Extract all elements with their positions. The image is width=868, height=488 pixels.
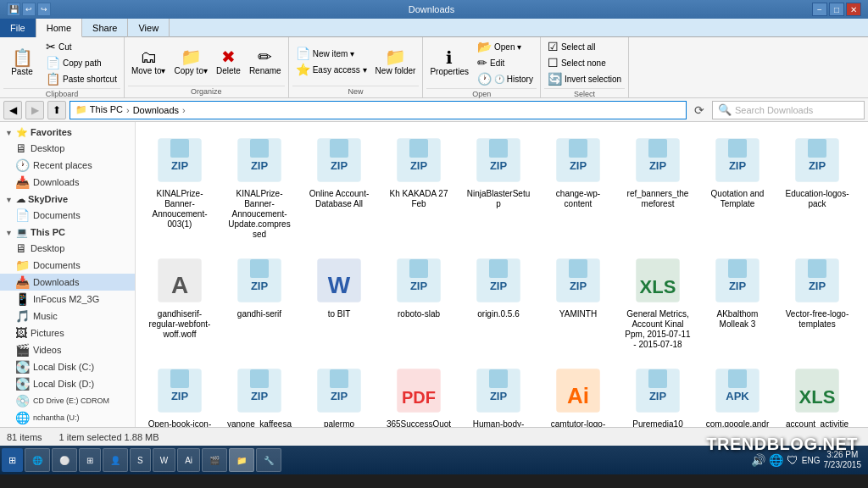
- minimize-button[interactable]: −: [812, 3, 827, 16]
- select-all-button[interactable]: ☑ Select all: [544, 39, 625, 54]
- quick-undo[interactable]: ↩: [22, 3, 36, 16]
- list-item[interactable]: ZIP AKbalthom Molleak 3: [700, 249, 775, 354]
- word-taskbar-icon: W: [160, 456, 168, 465]
- list-item[interactable]: Ai camtutor-logo-2015-update: [541, 359, 615, 427]
- list-item[interactable]: ZIP Online Account-Database All: [302, 129, 376, 244]
- list-item[interactable]: ZIP Kh KAKADA 27 Feb: [381, 129, 456, 244]
- taskbar-app-skype[interactable]: S: [130, 448, 151, 472]
- taskbar-app-windows[interactable]: ⊞: [79, 448, 101, 472]
- rename-button[interactable]: ✏ Rename: [246, 47, 285, 77]
- skydrive-section: ▼ ☁ SkyDrive 📄 Documents: [0, 192, 135, 224]
- taskbar-app-explorer[interactable]: 📁: [229, 448, 254, 472]
- list-item[interactable]: ZIP KINALPrize-Banner-Annoucement-Update…: [222, 129, 297, 244]
- quick-redo[interactable]: ↪: [37, 3, 51, 16]
- paste-shortcut-button[interactable]: 📋 Paste shortcut: [42, 71, 120, 86]
- edit-button[interactable]: ✏ Edit: [474, 55, 537, 70]
- taskbar-app-word[interactable]: W: [153, 448, 175, 472]
- network-tray-icon[interactable]: 🌐: [769, 453, 783, 467]
- list-item[interactable]: XLS account_activities_201505_201507: [780, 359, 854, 427]
- cut-button[interactable]: ✂ Cut: [42, 39, 120, 54]
- address-separator: ›: [126, 105, 130, 115]
- properties-button[interactable]: ℹ Properties: [426, 47, 472, 78]
- sidebar-item-cdrom[interactable]: 💿CD Drive (E:) CDROM: [0, 392, 135, 409]
- list-item[interactable]: ZIP change-wp-content: [541, 129, 615, 244]
- tab-file[interactable]: File: [0, 19, 36, 37]
- select-none-button[interactable]: ☐ Select none: [544, 55, 625, 70]
- sidebar-item-documents-pc[interactable]: 📁Documents: [0, 257, 135, 274]
- copy-path-button[interactable]: 📄 Copy path: [42, 55, 120, 70]
- list-item[interactable]: A gandhiserif-regular-webfont-woff.woff: [142, 249, 217, 354]
- taskbar-app-media[interactable]: 🎬: [202, 448, 227, 472]
- list-item[interactable]: W to BIT: [302, 249, 376, 354]
- list-item[interactable]: ZIP roboto-slab: [381, 249, 456, 354]
- thispc-header[interactable]: ▼ 💻 This PC: [0, 225, 135, 240]
- maximize-button[interactable]: □: [829, 3, 844, 16]
- sidebar-item-localc[interactable]: 💽Local Disk (C:): [0, 358, 135, 375]
- list-item[interactable]: ZIP NinjaBlasterSetup: [461, 129, 536, 244]
- sidebar-item-public[interactable]: 🌐Public (Z:): [0, 426, 135, 427]
- sidebar-item-desktop[interactable]: 🖥 Desktop: [0, 140, 135, 157]
- copy-to-button[interactable]: 📁 Copy to▾: [171, 47, 211, 77]
- sidebar-item-pictures[interactable]: 🖼Pictures: [0, 324, 135, 341]
- list-item[interactable]: ZIP Education-logos-pack: [780, 129, 854, 244]
- tab-home[interactable]: Home: [36, 19, 82, 37]
- up-button[interactable]: ⬆: [47, 101, 66, 119]
- volume-icon[interactable]: 🔊: [751, 453, 765, 467]
- list-item[interactable]: ZIP ref_banners_themeforest: [620, 129, 695, 244]
- invert-selection-button[interactable]: 🔄 Invert selection: [544, 71, 625, 86]
- skydrive-header[interactable]: ▼ ☁ SkyDrive: [0, 192, 135, 207]
- list-item[interactable]: APK com.google.android.apps.messaging-1.…: [700, 359, 775, 427]
- list-item[interactable]: PDF 365SuccessQuotes: [381, 359, 456, 427]
- close-button[interactable]: ✕: [846, 3, 861, 16]
- list-item[interactable]: ZIP gandhi-serif: [222, 249, 297, 354]
- list-item[interactable]: ZIP Quotation and Template: [700, 129, 775, 244]
- open-button[interactable]: 📂 Open ▾: [474, 39, 537, 54]
- forward-button[interactable]: ▶: [25, 101, 44, 119]
- new-folder-button[interactable]: 📁 New folder: [372, 47, 420, 77]
- taskbar-app-ai[interactable]: Ai: [177, 448, 200, 472]
- sidebar-item-infocus[interactable]: 📱InFocus M2_3G: [0, 291, 135, 308]
- sidebar-item-videos[interactable]: 🎬Videos: [0, 341, 135, 358]
- history-button[interactable]: 🕐 🕐 History: [474, 71, 537, 86]
- tab-view[interactable]: View: [128, 19, 170, 37]
- list-item[interactable]: ZIP YAMINTH: [541, 249, 615, 354]
- taskbar-app-chrome[interactable]: ⚪: [52, 448, 77, 472]
- taskbar-app-ie[interactable]: 🌐: [25, 448, 50, 472]
- sidebar-item-documents-sky[interactable]: 📄 Documents: [0, 207, 135, 224]
- quick-save[interactable]: 💾: [7, 3, 20, 16]
- list-item[interactable]: ZIP Open-book-icon-with-reflection: [142, 359, 217, 427]
- list-item[interactable]: ZIP KINALPrize-Banner-Annoucement-003(1): [142, 129, 217, 244]
- address-bar[interactable]: 📁 This PC › Downloads ›: [70, 101, 687, 119]
- start-button[interactable]: ⊞: [2, 448, 23, 472]
- shield-icon[interactable]: 🛡: [787, 453, 798, 467]
- list-item[interactable]: ZIP yanone_kaffeesatz: [222, 359, 297, 427]
- paste-button[interactable]: 📋 Paste: [3, 47, 41, 78]
- sidebar-item-music[interactable]: 🎵Music: [0, 308, 135, 324]
- tab-share[interactable]: Share: [82, 19, 128, 37]
- list-item[interactable]: ZIP Human-body-infography: [461, 359, 536, 427]
- sidebar-item-locald[interactable]: 💽Local Disk (D:): [0, 375, 135, 392]
- file-name: Online Account-Database All: [306, 189, 372, 209]
- sidebar-item-nchantha[interactable]: 🌐nchantha (U:): [0, 409, 135, 426]
- sidebar-item-downloads-pc[interactable]: 📥Downloads: [0, 274, 135, 291]
- list-item[interactable]: ZIP Vector-free-logo-templates: [780, 249, 854, 354]
- list-item[interactable]: XLS General Metrics, Account Kinal Ppm, …: [620, 249, 695, 354]
- sidebar-item-recent[interactable]: 🕐 Recent places: [0, 157, 135, 174]
- back-button[interactable]: ◀: [3, 101, 22, 119]
- file-area[interactable]: ZIP KINALPrize-Banner-Annoucement-003(1)…: [136, 122, 868, 427]
- list-item[interactable]: ZIP origin.0.5.6: [461, 249, 536, 354]
- list-item[interactable]: ZIP Puremedia10: [620, 359, 695, 427]
- favorites-header[interactable]: ▼ ⭐ Favorites: [0, 125, 135, 140]
- sidebar-item-downloads-fav[interactable]: 📥 Downloads: [0, 174, 135, 191]
- move-to-button[interactable]: 🗂 Move to▾: [128, 47, 170, 77]
- sidebar-item-desktop-pc[interactable]: 🖥Desktop: [0, 240, 135, 257]
- taskbar-app-user[interactable]: 👤: [103, 448, 128, 472]
- delete-button[interactable]: ✖ Delete: [213, 47, 244, 77]
- search-bar[interactable]: 🔍 Search Downloads: [712, 101, 865, 119]
- easy-access-button[interactable]: ⭐ Easy access ▾: [292, 62, 370, 77]
- list-item[interactable]: ZIP palermo: [302, 359, 376, 427]
- refresh-button[interactable]: ⟳: [690, 101, 709, 119]
- new-item-button[interactable]: 📄 New item ▾: [292, 46, 370, 61]
- taskbar-app-misc[interactable]: 🔧: [256, 448, 281, 472]
- quick-access-toolbar: 💾 ↩ ↪: [7, 3, 51, 16]
